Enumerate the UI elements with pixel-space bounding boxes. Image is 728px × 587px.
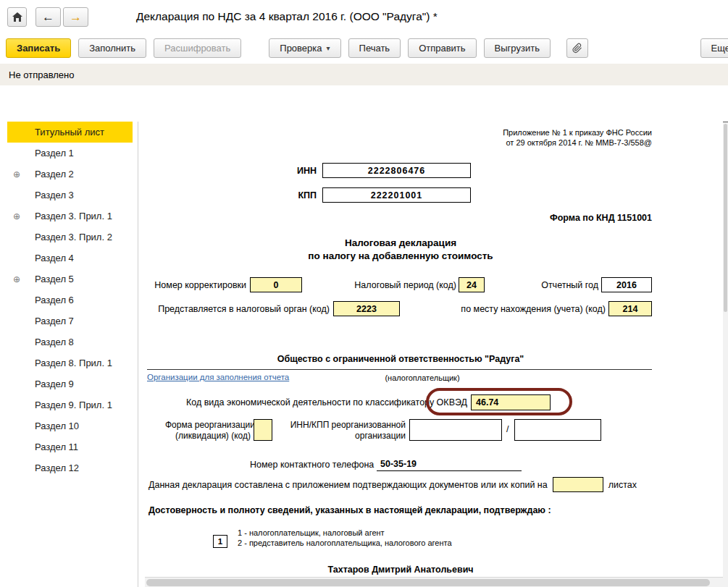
sidebar-item-14[interactable]: Раздел 9. Прил. 1 bbox=[7, 394, 133, 415]
sidebar-item-label: Раздел 9 bbox=[35, 379, 74, 389]
location-field[interactable]: 214 bbox=[608, 301, 652, 316]
reorg-inn-label-line2: организации bbox=[281, 431, 406, 442]
sidebar-item-label: Раздел 2 bbox=[35, 169, 74, 180]
sidebar-item-label: Раздел 3 bbox=[35, 190, 74, 200]
attach-button[interactable] bbox=[566, 38, 588, 58]
inn-kpp-separator: / bbox=[506, 424, 509, 434]
print-button[interactable]: Печать bbox=[348, 38, 401, 58]
title-bar: ← → Декларация по НДС за 4 квартал 2016 … bbox=[0, 0, 728, 33]
knd-code: Форма по КНД 1151001 bbox=[550, 213, 652, 223]
check-button[interactable]: Проверка ▾ bbox=[269, 38, 340, 58]
declaration-form: Приложение № 1 к приказу ФНС России от 2… bbox=[145, 122, 728, 587]
forward-arrow-icon: → bbox=[70, 11, 82, 23]
kpp-field[interactable]: 222201001 bbox=[322, 187, 471, 203]
sidebar-item-3[interactable]: ⊕Раздел 2 bbox=[7, 164, 133, 185]
reorg-kpp-field[interactable] bbox=[514, 419, 601, 441]
sidebar-item-6[interactable]: Раздел 3. Прил. 2 bbox=[7, 227, 133, 248]
upload-button[interactable]: Выгрузить bbox=[484, 38, 551, 58]
annex-note: Приложение № 1 к приказу ФНС России от 2… bbox=[503, 127, 652, 148]
signer-options: 1 - налогоплательщик, налоговый агент 2 … bbox=[238, 528, 452, 548]
sidebar-item-4[interactable]: Раздел 3 bbox=[7, 185, 133, 206]
pages-text: Данная декларация составлена с приложени… bbox=[148, 480, 548, 490]
back-arrow-icon: ← bbox=[42, 11, 54, 23]
sidebar-item-label: Раздел 12 bbox=[35, 463, 79, 473]
pages-row: Данная декларация составлена с приложени… bbox=[148, 477, 637, 492]
sidebar-item-8[interactable]: ⊕Раздел 5 bbox=[7, 269, 133, 290]
sidebar-item-10[interactable]: Раздел 7 bbox=[7, 311, 133, 331]
back-button[interactable]: ← bbox=[35, 7, 61, 27]
reorg-form-label-line2: (ликвидация) (код) bbox=[165, 431, 251, 442]
reorg-form-label: Форма реорганизации (ликвидация) (код) bbox=[165, 420, 251, 441]
location-label: по месту нахождения (учета) (код) bbox=[455, 304, 606, 314]
window-title: Декларация по НДС за 4 квартал 2016 г. (… bbox=[136, 10, 438, 23]
sidebar-item-label: Раздел 4 bbox=[35, 253, 74, 263]
sidebar-item-label: Раздел 3. Прил. 1 bbox=[35, 211, 112, 221]
sidebar-item-12[interactable]: Раздел 8. Прил. 1 bbox=[7, 352, 133, 373]
expand-icon[interactable]: ⊕ bbox=[13, 169, 20, 180]
more-button[interactable]: Еще bbox=[700, 38, 728, 58]
horizontal-scrollbar-thumb[interactable] bbox=[146, 579, 710, 586]
sidebar-item-1[interactable]: Титульный лист bbox=[7, 122, 133, 143]
reorg-form-label-line1: Форма реорганизации bbox=[165, 420, 251, 431]
forward-button[interactable]: → bbox=[63, 7, 88, 27]
sidebar-item-label: Раздел 3. Прил. 2 bbox=[35, 232, 112, 242]
section-sidebar: Титульный листРаздел 1⊕Раздел 2Раздел 3⊕… bbox=[7, 122, 133, 478]
phone-field[interactable]: 50-35-19 bbox=[377, 457, 522, 471]
authority-label: Представляется в налоговый орган (код) bbox=[148, 304, 330, 314]
authority-field[interactable]: 2223 bbox=[333, 301, 400, 316]
sidebar-divider bbox=[138, 122, 138, 587]
signer-code-field[interactable]: 1 bbox=[213, 535, 227, 548]
sidebar-item-label: Раздел 8 bbox=[35, 337, 74, 347]
year-field[interactable]: 2016 bbox=[601, 277, 652, 292]
sidebar-item-11[interactable]: Раздел 8 bbox=[7, 331, 133, 352]
sidebar-item-2[interactable]: Раздел 1 bbox=[7, 143, 133, 164]
sidebar-item-label: Титульный лист bbox=[35, 127, 104, 138]
inn-field[interactable]: 2222806476 bbox=[322, 163, 471, 178]
expand-icon[interactable]: ⊕ bbox=[13, 211, 20, 221]
dropdown-caret-icon: ▾ bbox=[327, 44, 330, 52]
history-nav: ← → bbox=[35, 7, 88, 27]
annex-line-1: Приложение № 1 к приказу ФНС России bbox=[503, 127, 652, 138]
sidebar-item-label: Раздел 6 bbox=[35, 295, 74, 305]
signer-option-2: 2 - представитель налогоплательщика, нал… bbox=[238, 538, 452, 548]
check-button-label: Проверка bbox=[280, 43, 322, 54]
save-button[interactable]: Записать bbox=[6, 38, 71, 58]
fill-button[interactable]: Заполнить bbox=[78, 38, 146, 58]
phone-value: 50-35-19 bbox=[377, 459, 417, 469]
reorg-inn-label-line1: ИНН/КПП реорганизованной bbox=[281, 420, 406, 431]
sidebar-item-label: Раздел 5 bbox=[35, 274, 74, 284]
signer-name: Тахтаров Дмитрий Анатольевич bbox=[147, 565, 654, 575]
pages-count-field[interactable] bbox=[553, 477, 603, 492]
taxpayer-caption: (налогоплательщик) bbox=[169, 373, 676, 382]
sidebar-item-9[interactable]: Раздел 6 bbox=[7, 290, 133, 311]
vertical-scrollbar-thumb[interactable] bbox=[724, 124, 727, 312]
sidebar-item-15[interactable]: Раздел 10 bbox=[7, 415, 133, 436]
okved-field[interactable]: 46.74 bbox=[471, 394, 551, 410]
horizontal-scrollbar[interactable] bbox=[145, 577, 728, 587]
period-field[interactable]: 24 bbox=[459, 277, 485, 292]
expand-icon[interactable]: ⊕ bbox=[13, 274, 20, 284]
home-button[interactable] bbox=[7, 7, 27, 27]
inn-label: ИНН bbox=[254, 166, 317, 176]
sidebar-item-17[interactable]: Раздел 12 bbox=[7, 457, 133, 478]
toolbar: Записать Заполнить Расшифровать Проверка… bbox=[0, 35, 728, 61]
sidebar-item-label: Раздел 9. Прил. 1 bbox=[35, 400, 112, 410]
send-button[interactable]: Отправить bbox=[408, 38, 476, 58]
period-label: Налоговый период (код) bbox=[326, 280, 456, 290]
status-bar: Не отправлено bbox=[0, 64, 728, 85]
sidebar-item-label: Раздел 7 bbox=[35, 316, 74, 326]
correction-field[interactable]: 0 bbox=[250, 277, 302, 292]
year-label: Отчетный год bbox=[535, 280, 598, 290]
decode-button[interactable]: Расшифровать bbox=[154, 38, 241, 58]
annex-line-2: от 29 октября 2014 г. № ММВ-7-3/558@ bbox=[503, 138, 652, 148]
sidebar-item-7[interactable]: Раздел 4 bbox=[7, 248, 133, 269]
status-text: Не отправлено bbox=[9, 69, 74, 80]
reorg-inn-field[interactable] bbox=[409, 419, 502, 441]
sidebar-item-16[interactable]: Раздел 11 bbox=[7, 436, 133, 457]
vertical-scrollbar[interactable] bbox=[723, 122, 728, 587]
declaration-title-line1: Налоговая декларация bbox=[147, 237, 654, 248]
sidebar-item-5[interactable]: ⊕Раздел 3. Прил. 1 bbox=[7, 206, 133, 227]
reorg-form-field[interactable] bbox=[254, 419, 272, 441]
reorg-inn-label: ИНН/КПП реорганизованной организации bbox=[281, 420, 406, 441]
sidebar-item-13[interactable]: Раздел 9 bbox=[7, 373, 133, 394]
